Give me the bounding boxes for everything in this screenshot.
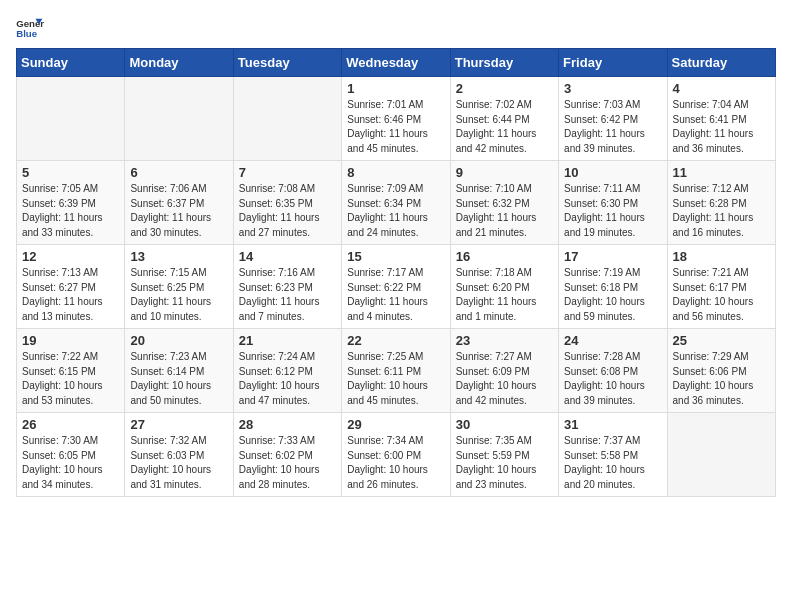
calendar-cell: 15Sunrise: 7:17 AM Sunset: 6:22 PM Dayli… (342, 245, 450, 329)
calendar-week-4: 19Sunrise: 7:22 AM Sunset: 6:15 PM Dayli… (17, 329, 776, 413)
day-info: Sunrise: 7:35 AM Sunset: 5:59 PM Dayligh… (456, 434, 553, 492)
calendar-cell (667, 413, 775, 497)
calendar-cell: 8Sunrise: 7:09 AM Sunset: 6:34 PM Daylig… (342, 161, 450, 245)
generalblue-logo-icon: General Blue (16, 16, 44, 38)
day-info: Sunrise: 7:17 AM Sunset: 6:22 PM Dayligh… (347, 266, 444, 324)
day-info: Sunrise: 7:30 AM Sunset: 6:05 PM Dayligh… (22, 434, 119, 492)
calendar-table: SundayMondayTuesdayWednesdayThursdayFrid… (16, 48, 776, 497)
calendar-cell: 9Sunrise: 7:10 AM Sunset: 6:32 PM Daylig… (450, 161, 558, 245)
calendar-cell: 2Sunrise: 7:02 AM Sunset: 6:44 PM Daylig… (450, 77, 558, 161)
day-number: 15 (347, 249, 444, 264)
day-number: 22 (347, 333, 444, 348)
day-info: Sunrise: 7:15 AM Sunset: 6:25 PM Dayligh… (130, 266, 227, 324)
logo: General Blue (16, 16, 48, 38)
day-number: 5 (22, 165, 119, 180)
day-info: Sunrise: 7:27 AM Sunset: 6:09 PM Dayligh… (456, 350, 553, 408)
day-info: Sunrise: 7:04 AM Sunset: 6:41 PM Dayligh… (673, 98, 770, 156)
day-number: 16 (456, 249, 553, 264)
calendar-cell: 7Sunrise: 7:08 AM Sunset: 6:35 PM Daylig… (233, 161, 341, 245)
day-info: Sunrise: 7:24 AM Sunset: 6:12 PM Dayligh… (239, 350, 336, 408)
day-number: 28 (239, 417, 336, 432)
day-number: 25 (673, 333, 770, 348)
calendar-week-5: 26Sunrise: 7:30 AM Sunset: 6:05 PM Dayli… (17, 413, 776, 497)
calendar-cell: 14Sunrise: 7:16 AM Sunset: 6:23 PM Dayli… (233, 245, 341, 329)
day-info: Sunrise: 7:13 AM Sunset: 6:27 PM Dayligh… (22, 266, 119, 324)
dow-wednesday: Wednesday (342, 49, 450, 77)
day-info: Sunrise: 7:18 AM Sunset: 6:20 PM Dayligh… (456, 266, 553, 324)
calendar-cell: 1Sunrise: 7:01 AM Sunset: 6:46 PM Daylig… (342, 77, 450, 161)
day-number: 18 (673, 249, 770, 264)
day-info: Sunrise: 7:32 AM Sunset: 6:03 PM Dayligh… (130, 434, 227, 492)
day-number: 13 (130, 249, 227, 264)
day-number: 19 (22, 333, 119, 348)
day-info: Sunrise: 7:08 AM Sunset: 6:35 PM Dayligh… (239, 182, 336, 240)
calendar-cell: 30Sunrise: 7:35 AM Sunset: 5:59 PM Dayli… (450, 413, 558, 497)
calendar-cell: 19Sunrise: 7:22 AM Sunset: 6:15 PM Dayli… (17, 329, 125, 413)
dow-monday: Monday (125, 49, 233, 77)
day-info: Sunrise: 7:37 AM Sunset: 5:58 PM Dayligh… (564, 434, 661, 492)
calendar-cell: 4Sunrise: 7:04 AM Sunset: 6:41 PM Daylig… (667, 77, 775, 161)
page-header: General Blue (16, 16, 776, 38)
calendar-cell: 20Sunrise: 7:23 AM Sunset: 6:14 PM Dayli… (125, 329, 233, 413)
day-info: Sunrise: 7:02 AM Sunset: 6:44 PM Dayligh… (456, 98, 553, 156)
day-info: Sunrise: 7:21 AM Sunset: 6:17 PM Dayligh… (673, 266, 770, 324)
day-info: Sunrise: 7:12 AM Sunset: 6:28 PM Dayligh… (673, 182, 770, 240)
day-number: 9 (456, 165, 553, 180)
calendar-cell: 29Sunrise: 7:34 AM Sunset: 6:00 PM Dayli… (342, 413, 450, 497)
day-number: 31 (564, 417, 661, 432)
day-number: 11 (673, 165, 770, 180)
day-number: 12 (22, 249, 119, 264)
dow-sunday: Sunday (17, 49, 125, 77)
day-info: Sunrise: 7:29 AM Sunset: 6:06 PM Dayligh… (673, 350, 770, 408)
calendar-cell: 21Sunrise: 7:24 AM Sunset: 6:12 PM Dayli… (233, 329, 341, 413)
day-number: 21 (239, 333, 336, 348)
calendar-cell (233, 77, 341, 161)
calendar-body: 1Sunrise: 7:01 AM Sunset: 6:46 PM Daylig… (17, 77, 776, 497)
calendar-cell: 28Sunrise: 7:33 AM Sunset: 6:02 PM Dayli… (233, 413, 341, 497)
calendar-cell: 22Sunrise: 7:25 AM Sunset: 6:11 PM Dayli… (342, 329, 450, 413)
day-number: 24 (564, 333, 661, 348)
day-info: Sunrise: 7:05 AM Sunset: 6:39 PM Dayligh… (22, 182, 119, 240)
day-info: Sunrise: 7:23 AM Sunset: 6:14 PM Dayligh… (130, 350, 227, 408)
calendar-cell (125, 77, 233, 161)
calendar-cell: 18Sunrise: 7:21 AM Sunset: 6:17 PM Dayli… (667, 245, 775, 329)
calendar-cell: 3Sunrise: 7:03 AM Sunset: 6:42 PM Daylig… (559, 77, 667, 161)
day-number: 26 (22, 417, 119, 432)
day-info: Sunrise: 7:03 AM Sunset: 6:42 PM Dayligh… (564, 98, 661, 156)
day-info: Sunrise: 7:33 AM Sunset: 6:02 PM Dayligh… (239, 434, 336, 492)
calendar-cell: 5Sunrise: 7:05 AM Sunset: 6:39 PM Daylig… (17, 161, 125, 245)
dow-saturday: Saturday (667, 49, 775, 77)
day-number: 30 (456, 417, 553, 432)
day-info: Sunrise: 7:01 AM Sunset: 6:46 PM Dayligh… (347, 98, 444, 156)
calendar-cell: 10Sunrise: 7:11 AM Sunset: 6:30 PM Dayli… (559, 161, 667, 245)
day-number: 6 (130, 165, 227, 180)
calendar-cell: 17Sunrise: 7:19 AM Sunset: 6:18 PM Dayli… (559, 245, 667, 329)
day-info: Sunrise: 7:06 AM Sunset: 6:37 PM Dayligh… (130, 182, 227, 240)
calendar-week-2: 5Sunrise: 7:05 AM Sunset: 6:39 PM Daylig… (17, 161, 776, 245)
day-info: Sunrise: 7:09 AM Sunset: 6:34 PM Dayligh… (347, 182, 444, 240)
day-number: 17 (564, 249, 661, 264)
calendar-week-1: 1Sunrise: 7:01 AM Sunset: 6:46 PM Daylig… (17, 77, 776, 161)
calendar-cell: 27Sunrise: 7:32 AM Sunset: 6:03 PM Dayli… (125, 413, 233, 497)
calendar-cell: 16Sunrise: 7:18 AM Sunset: 6:20 PM Dayli… (450, 245, 558, 329)
day-info: Sunrise: 7:11 AM Sunset: 6:30 PM Dayligh… (564, 182, 661, 240)
calendar-cell: 24Sunrise: 7:28 AM Sunset: 6:08 PM Dayli… (559, 329, 667, 413)
day-number: 8 (347, 165, 444, 180)
day-number: 20 (130, 333, 227, 348)
dow-tuesday: Tuesday (233, 49, 341, 77)
calendar-cell: 25Sunrise: 7:29 AM Sunset: 6:06 PM Dayli… (667, 329, 775, 413)
calendar-cell: 13Sunrise: 7:15 AM Sunset: 6:25 PM Dayli… (125, 245, 233, 329)
day-number: 2 (456, 81, 553, 96)
calendar-cell: 26Sunrise: 7:30 AM Sunset: 6:05 PM Dayli… (17, 413, 125, 497)
day-info: Sunrise: 7:10 AM Sunset: 6:32 PM Dayligh… (456, 182, 553, 240)
calendar-week-3: 12Sunrise: 7:13 AM Sunset: 6:27 PM Dayli… (17, 245, 776, 329)
day-info: Sunrise: 7:34 AM Sunset: 6:00 PM Dayligh… (347, 434, 444, 492)
calendar-cell: 6Sunrise: 7:06 AM Sunset: 6:37 PM Daylig… (125, 161, 233, 245)
calendar-cell (17, 77, 125, 161)
day-number: 3 (564, 81, 661, 96)
day-info: Sunrise: 7:22 AM Sunset: 6:15 PM Dayligh… (22, 350, 119, 408)
dow-thursday: Thursday (450, 49, 558, 77)
day-number: 1 (347, 81, 444, 96)
calendar-cell: 23Sunrise: 7:27 AM Sunset: 6:09 PM Dayli… (450, 329, 558, 413)
day-info: Sunrise: 7:19 AM Sunset: 6:18 PM Dayligh… (564, 266, 661, 324)
